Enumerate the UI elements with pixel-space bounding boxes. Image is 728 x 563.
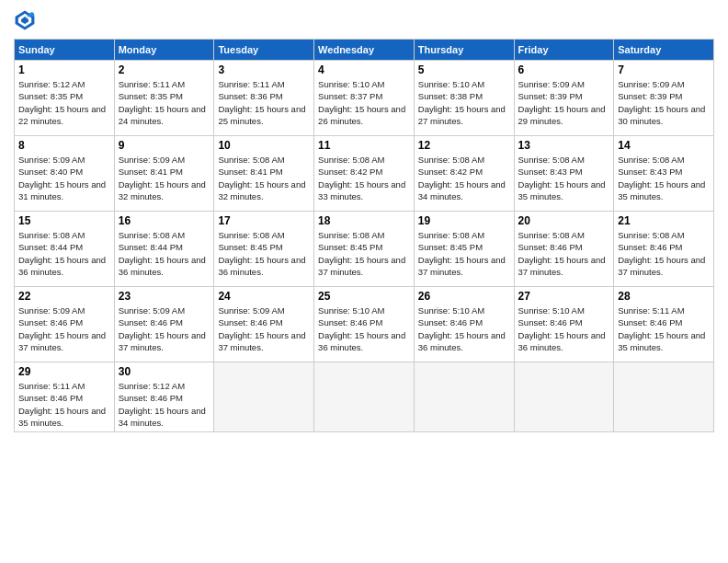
day-info: Sunrise: 5:09 AMSunset: 8:46 PMDaylight:… [18,305,106,352]
table-row: 9Sunrise: 5:09 AMSunset: 8:41 PMDaylight… [114,136,214,212]
table-row: 16Sunrise: 5:08 AMSunset: 8:44 PMDayligh… [114,212,214,287]
day-number: 29 [18,365,110,378]
day-number: 12 [418,139,510,152]
day-number: 10 [218,139,310,152]
calendar-week-row: 22Sunrise: 5:09 AMSunset: 8:46 PMDayligh… [15,287,714,362]
day-info: Sunrise: 5:08 AMSunset: 8:45 PMDaylight:… [418,230,506,277]
logo [14,9,40,31]
day-number: 15 [18,214,110,227]
day-number: 20 [518,214,610,227]
day-info: Sunrise: 5:08 AMSunset: 8:43 PMDaylight:… [618,155,705,201]
day-number: 23 [119,290,210,303]
day-number: 17 [218,214,310,227]
day-number: 11 [318,139,410,152]
table-row: 17Sunrise: 5:08 AMSunset: 8:45 PMDayligh… [214,212,314,287]
day-number: 8 [18,139,110,152]
table-row: 10Sunrise: 5:08 AMSunset: 8:41 PMDayligh… [214,136,314,212]
day-number: 9 [119,139,210,152]
day-number: 1 [18,63,110,76]
day-number: 5 [418,63,510,76]
header-thursday: Thursday [414,40,514,61]
table-row: 7Sunrise: 5:09 AMSunset: 8:39 PMDaylight… [614,61,714,136]
day-info: Sunrise: 5:08 AMSunset: 8:44 PMDaylight:… [119,230,206,277]
table-row: 13Sunrise: 5:08 AMSunset: 8:43 PMDayligh… [514,136,614,212]
day-info: Sunrise: 5:11 AMSunset: 8:46 PMDaylight:… [18,381,106,428]
day-info: Sunrise: 5:09 AMSunset: 8:40 PMDaylight:… [18,155,106,201]
table-row: 11Sunrise: 5:08 AMSunset: 8:42 PMDayligh… [314,136,415,212]
table-row: 26Sunrise: 5:10 AMSunset: 8:46 PMDayligh… [414,287,514,362]
page: Sunday Monday Tuesday Wednesday Thursday… [0,0,728,563]
table-row: 14Sunrise: 5:08 AMSunset: 8:43 PMDayligh… [614,136,714,212]
day-number: 28 [618,290,710,303]
table-row: 23Sunrise: 5:09 AMSunset: 8:46 PMDayligh… [114,287,214,362]
table-row [514,362,614,432]
day-info: Sunrise: 5:08 AMSunset: 8:46 PMDaylight:… [618,230,705,277]
table-row: 30Sunrise: 5:12 AMSunset: 8:46 PMDayligh… [114,362,214,432]
day-number: 22 [18,290,110,303]
table-row: 22Sunrise: 5:09 AMSunset: 8:46 PMDayligh… [15,287,115,362]
calendar-week-row: 1Sunrise: 5:12 AMSunset: 8:35 PMDaylight… [15,61,714,136]
day-number: 2 [119,63,210,76]
table-row [614,362,714,432]
day-info: Sunrise: 5:10 AMSunset: 8:38 PMDaylight:… [418,79,506,126]
day-number: 25 [318,290,410,303]
day-number: 16 [119,214,210,227]
header-tuesday: Tuesday [214,40,314,61]
day-number: 18 [318,214,410,227]
day-number: 24 [218,290,310,303]
day-info: Sunrise: 5:11 AMSunset: 8:36 PMDaylight:… [218,79,305,126]
table-row [214,362,314,432]
table-row: 8Sunrise: 5:09 AMSunset: 8:40 PMDaylight… [15,136,115,212]
day-number: 7 [618,63,710,76]
table-row: 24Sunrise: 5:09 AMSunset: 8:46 PMDayligh… [214,287,314,362]
table-row: 4Sunrise: 5:10 AMSunset: 8:37 PMDaylight… [314,61,415,136]
table-row: 6Sunrise: 5:09 AMSunset: 8:39 PMDaylight… [514,61,614,136]
table-row: 1Sunrise: 5:12 AMSunset: 8:35 PMDaylight… [15,61,115,136]
day-info: Sunrise: 5:08 AMSunset: 8:44 PMDaylight:… [18,230,106,277]
header-monday: Monday [114,40,214,61]
day-info: Sunrise: 5:10 AMSunset: 8:46 PMDaylight:… [518,305,606,352]
table-row: 12Sunrise: 5:08 AMSunset: 8:42 PMDayligh… [414,136,514,212]
day-info: Sunrise: 5:11 AMSunset: 8:46 PMDaylight:… [618,305,705,352]
day-info: Sunrise: 5:12 AMSunset: 8:46 PMDaylight:… [119,381,206,428]
table-row: 3Sunrise: 5:11 AMSunset: 8:36 PMDaylight… [214,61,314,136]
day-number: 30 [119,365,210,378]
day-info: Sunrise: 5:08 AMSunset: 8:42 PMDaylight:… [418,155,506,201]
table-row: 20Sunrise: 5:08 AMSunset: 8:46 PMDayligh… [514,212,614,287]
day-info: Sunrise: 5:08 AMSunset: 8:45 PMDaylight:… [318,230,405,277]
table-row [314,362,415,432]
day-number: 27 [518,290,610,303]
day-info: Sunrise: 5:09 AMSunset: 8:46 PMDaylight:… [218,305,305,352]
table-row: 18Sunrise: 5:08 AMSunset: 8:45 PMDayligh… [314,212,415,287]
table-row: 29Sunrise: 5:11 AMSunset: 8:46 PMDayligh… [15,362,115,432]
day-number: 19 [418,214,510,227]
calendar-week-row: 29Sunrise: 5:11 AMSunset: 8:46 PMDayligh… [15,362,714,432]
day-info: Sunrise: 5:10 AMSunset: 8:46 PMDaylight:… [318,305,405,352]
day-info: Sunrise: 5:09 AMSunset: 8:39 PMDaylight:… [518,79,606,126]
day-info: Sunrise: 5:08 AMSunset: 8:46 PMDaylight:… [518,230,606,277]
day-info: Sunrise: 5:10 AMSunset: 8:46 PMDaylight:… [418,305,506,352]
day-info: Sunrise: 5:09 AMSunset: 8:41 PMDaylight:… [119,155,206,201]
day-number: 26 [418,290,510,303]
day-info: Sunrise: 5:12 AMSunset: 8:35 PMDaylight:… [18,79,106,126]
calendar-table: Sunday Monday Tuesday Wednesday Thursday… [14,39,714,432]
table-row [414,362,514,432]
day-info: Sunrise: 5:08 AMSunset: 8:41 PMDaylight:… [218,155,305,201]
day-number: 3 [218,63,310,76]
day-info: Sunrise: 5:08 AMSunset: 8:43 PMDaylight:… [518,155,606,201]
calendar-week-row: 8Sunrise: 5:09 AMSunset: 8:40 PMDaylight… [15,136,714,212]
table-row: 19Sunrise: 5:08 AMSunset: 8:45 PMDayligh… [414,212,514,287]
day-info: Sunrise: 5:11 AMSunset: 8:35 PMDaylight:… [119,79,206,126]
day-number: 21 [618,214,710,227]
day-number: 13 [518,139,610,152]
day-number: 6 [518,63,610,76]
table-row: 28Sunrise: 5:11 AMSunset: 8:46 PMDayligh… [614,287,714,362]
header-sunday: Sunday [15,40,115,61]
table-row: 27Sunrise: 5:10 AMSunset: 8:46 PMDayligh… [514,287,614,362]
logo-icon [14,9,36,31]
weekday-header-row: Sunday Monday Tuesday Wednesday Thursday… [15,40,714,61]
day-number: 4 [318,63,410,76]
table-row: 15Sunrise: 5:08 AMSunset: 8:44 PMDayligh… [15,212,115,287]
table-row: 2Sunrise: 5:11 AMSunset: 8:35 PMDaylight… [114,61,214,136]
day-info: Sunrise: 5:09 AMSunset: 8:39 PMDaylight:… [618,79,705,126]
